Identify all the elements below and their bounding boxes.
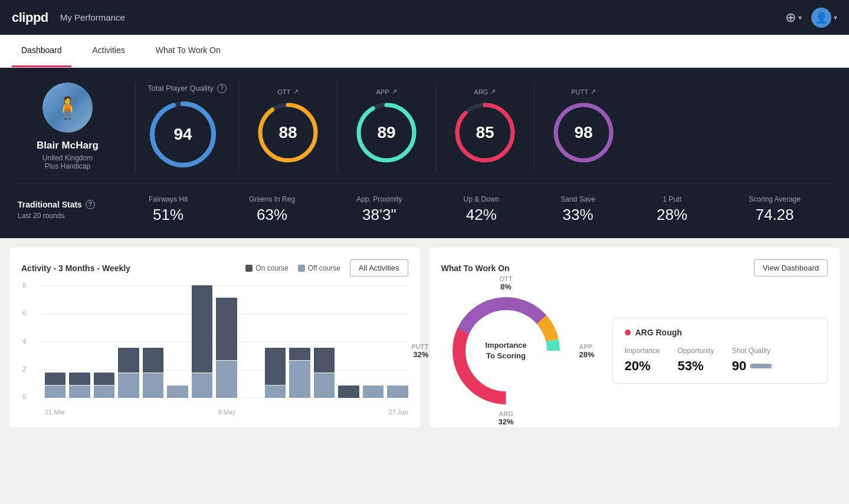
- stat-sandsave: Sand Save 33%: [560, 195, 595, 224]
- player-handicap: Plus Handicap: [45, 162, 90, 170]
- bar-off: [143, 373, 163, 398]
- bar-group: [265, 348, 286, 398]
- bar-on: [45, 373, 65, 385]
- score-card-app: APP ↗ 89: [337, 82, 435, 171]
- total-quality-circle: 94: [147, 99, 218, 170]
- wtwo-panel: What To Work On View Dashboard: [430, 248, 840, 427]
- bar-off: [216, 361, 237, 398]
- stats-help-icon[interactable]: ?: [86, 200, 95, 209]
- putt-score: 98: [574, 123, 592, 142]
- bar-group: [289, 348, 310, 398]
- total-score: 94: [173, 125, 192, 144]
- bar-on: [338, 386, 359, 398]
- red-dot-icon: [625, 330, 631, 335]
- tab-activities[interactable]: Activities: [83, 35, 135, 67]
- all-activities-button[interactable]: All Activities: [350, 259, 408, 276]
- logo-text: clippd: [12, 10, 48, 25]
- avatar: 👤: [811, 8, 831, 28]
- bar-off: [265, 386, 286, 398]
- x-labels: 21 Mar 9 May 27 Jun: [45, 409, 408, 416]
- donut-chart-container: Importance To Scoring OTT 8% APP 28% ARG: [441, 286, 571, 416]
- bar-off: [45, 386, 65, 398]
- app-donut-label: APP 28%: [579, 343, 594, 359]
- app-label: APP ↗: [376, 88, 396, 95]
- bar-off: [167, 386, 188, 398]
- stat-proximity: App. Proximity 38'3": [356, 195, 402, 224]
- tab-what-to-work-on[interactable]: What To Work On: [146, 35, 230, 67]
- bar-off: [192, 373, 212, 398]
- bar-off: [289, 361, 310, 398]
- quality-help-icon[interactable]: ?: [217, 84, 227, 93]
- legend-on-dot: [245, 265, 253, 272]
- stats-sublabel: Last 20 rounds: [18, 212, 118, 220]
- activity-chart: 8 6 4 2 0 21 Mar 9 May 27 Jun: [21, 286, 408, 416]
- view-dashboard-button[interactable]: View Dashboard: [754, 259, 828, 276]
- tabs-nav: Dashboard Activities What To Work On: [0, 35, 849, 68]
- metric-importance: Importance 20%: [625, 347, 660, 374]
- bar-group: [69, 373, 90, 398]
- bar-off: [69, 386, 90, 398]
- metric-opportunity: Opportunity 53%: [678, 347, 714, 374]
- bar-on: [289, 348, 310, 360]
- bar-group: [314, 348, 335, 398]
- app-score: 89: [377, 123, 395, 142]
- player-name: Blair McHarg: [37, 140, 99, 151]
- avatar: [42, 83, 93, 133]
- stat-fairways: Fairways Hit 51%: [149, 195, 188, 224]
- user-avatar[interactable]: 👤 ▾: [811, 8, 837, 28]
- ott-score: 88: [278, 123, 297, 142]
- header-title: My Performance: [60, 12, 125, 22]
- activity-panel: Activity - 3 Months - Weekly On course O…: [9, 248, 420, 427]
- bar-on: [192, 285, 212, 373]
- score-card-putt: PUTT ↗ 98: [534, 82, 632, 171]
- stats-items: Fairways Hit 51% Greens In Reg 63% App. …: [118, 195, 831, 224]
- putt-label: PUTT ↗: [571, 88, 596, 95]
- bar-group: [387, 386, 408, 398]
- wtwo-header: What To Work On View Dashboard: [441, 259, 828, 276]
- player-country: United Kingdom: [42, 154, 93, 162]
- bar-off: [94, 386, 114, 398]
- bar-on: [143, 348, 163, 373]
- activity-panel-header: Activity - 3 Months - Weekly On course O…: [21, 259, 408, 276]
- hero-top: Blair McHarg United Kingdom Plus Handica…: [18, 82, 831, 171]
- bar-group: [45, 373, 65, 398]
- bar-group: [363, 386, 383, 398]
- score-card-ott: OTT ↗ 88: [238, 82, 337, 171]
- bar-group: [143, 348, 163, 398]
- ott-label: OTT ↗: [278, 88, 299, 95]
- add-icon[interactable]: ⊕ ▾: [785, 10, 802, 25]
- bar-off: [118, 373, 139, 398]
- tab-dashboard[interactable]: Dashboard: [12, 35, 71, 67]
- header: clippd My Performance ⊕ ▾ 👤 ▾: [0, 0, 849, 35]
- wtwo-content: Importance To Scoring OTT 8% APP 28% ARG: [441, 286, 828, 416]
- metric-shot-quality: Shot Quality 90: [732, 347, 773, 374]
- bar-off: [387, 386, 408, 398]
- bar-on: [265, 348, 286, 385]
- arg-score: 85: [476, 123, 494, 142]
- bar-on: [314, 348, 335, 373]
- donut-area: Importance To Scoring OTT 8% APP 28% ARG: [441, 286, 571, 416]
- bar-group: [216, 298, 237, 398]
- quality-label: Total Player Quality ?: [147, 84, 227, 93]
- bar-on: [94, 373, 114, 385]
- wtwo-title: What To Work On: [441, 263, 510, 273]
- bar-group: [94, 373, 114, 398]
- stat-scoring: Scoring Average 74.28: [749, 195, 801, 224]
- bar-group: [167, 386, 188, 398]
- logo[interactable]: clippd: [12, 10, 48, 25]
- stat-greens: Greens In Reg 63%: [249, 195, 295, 224]
- detail-card: ARG Rough Importance 20% Opportunity 53%…: [612, 318, 828, 384]
- stats-row: Traditional Stats ? Last 20 rounds Fairw…: [18, 183, 831, 224]
- activity-title: Activity - 3 Months - Weekly: [21, 263, 130, 273]
- legend-off-dot: [298, 265, 305, 272]
- bar-on: [216, 298, 237, 360]
- player-info: Blair McHarg United Kingdom Plus Handica…: [18, 82, 136, 171]
- arg-donut-label: ARG 32%: [498, 410, 513, 426]
- header-left: clippd My Performance: [12, 10, 125, 25]
- hero-section: Blair McHarg United Kingdom Plus Handica…: [0, 68, 849, 238]
- stat-updown: Up & Down 42%: [464, 195, 500, 224]
- score-card-arg: ARG ↗ 85: [435, 82, 534, 171]
- bar-off: [363, 386, 383, 398]
- bars-container: [45, 286, 408, 398]
- detail-card-title: ARG Rough: [625, 328, 816, 337]
